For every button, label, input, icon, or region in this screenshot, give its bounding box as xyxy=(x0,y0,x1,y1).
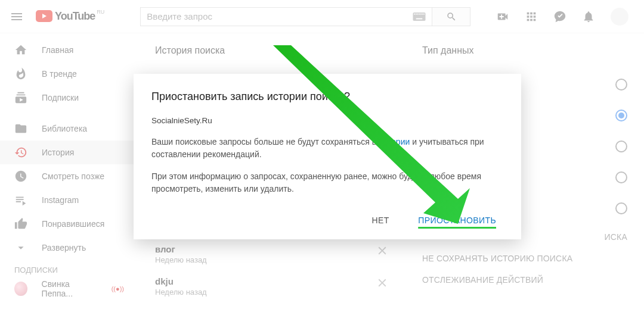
logo-text: YouTube xyxy=(55,10,95,23)
search-button[interactable] xyxy=(432,7,470,26)
logo[interactable]: YouTube RU xyxy=(36,10,104,23)
close-icon[interactable] xyxy=(376,276,389,289)
sidebar-item-library[interactable]: Библиотека xyxy=(0,117,138,141)
sidebar-item-label: Развернуть xyxy=(42,243,86,252)
sidebar-item-liked[interactable]: Понравившиеся xyxy=(0,212,138,236)
svg-rect-3 xyxy=(417,13,419,14)
svg-rect-6 xyxy=(422,13,423,14)
radio-button[interactable] xyxy=(615,202,627,214)
sidebar-item-label: Библиотека xyxy=(42,124,87,133)
home-icon xyxy=(14,43,27,57)
query-text: влог xyxy=(155,244,207,254)
sidebar-channel-item[interactable]: Свинка Пеппа... ((●)) xyxy=(0,277,138,301)
search-icon xyxy=(446,11,457,22)
query-text: dkju xyxy=(155,276,207,286)
modal-actions: НЕТ ПРИОСТАНОВИТЬ xyxy=(151,205,503,230)
page-title: История поиска xyxy=(155,45,389,56)
messages-icon[interactable] xyxy=(553,10,566,23)
radio-button[interactable] xyxy=(615,110,627,121)
modal-title: Приостановить запись истории поиска? xyxy=(151,90,503,103)
svg-rect-7 xyxy=(423,13,425,14)
search-history-item: dkju Неделю назад xyxy=(155,270,389,302)
keyboard-icon[interactable] xyxy=(413,13,426,21)
modal-para-2: При этом информацию о запросах, сохранен… xyxy=(151,170,503,195)
clock-icon xyxy=(14,170,27,183)
sidebar-section-title: ПОДПИСКИ xyxy=(0,260,138,277)
play-icon xyxy=(36,10,52,22)
menu-icon[interactable] xyxy=(10,10,24,24)
sidebar-item-label: Свинка Пеппа... xyxy=(42,279,97,298)
sidebar-item-subscriptions[interactable]: Подписки xyxy=(0,86,138,110)
pause-history-modal: Приостановить запись истории поиска? Soc… xyxy=(134,74,521,239)
sidebar-item-watch-later[interactable]: Смотреть позже xyxy=(0,164,138,188)
sidebar-item-home[interactable]: Главная xyxy=(0,38,138,62)
playlist-icon xyxy=(14,193,27,207)
modal-subtitle: SocialnieSety.Ru xyxy=(151,116,503,125)
sidebar-item-label: Главная xyxy=(42,45,73,55)
sidebar-item-label: Instagram xyxy=(42,195,79,205)
query-time: Неделю назад xyxy=(155,255,207,264)
close-icon[interactable] xyxy=(376,244,389,257)
sidebar: Главная В тренде Подписки Библиотека Ист… xyxy=(0,33,138,309)
upload-icon[interactable] xyxy=(496,10,509,23)
apps-icon[interactable] xyxy=(525,10,538,23)
svg-rect-2 xyxy=(416,13,417,14)
header-actions xyxy=(496,8,634,26)
chevron-down-icon xyxy=(14,241,27,254)
cancel-button[interactable]: НЕТ xyxy=(365,211,397,230)
avatar[interactable] xyxy=(611,8,628,26)
sidebar-item-expand[interactable]: Развернуть xyxy=(0,236,138,260)
search-history-item: влог Неделю назад xyxy=(155,238,389,270)
region-badge: RU xyxy=(97,9,104,15)
live-icon: ((●)) xyxy=(112,285,124,292)
sidebar-item-label: В тренде xyxy=(42,69,77,79)
sidebar-item-history[interactable]: История xyxy=(0,141,138,164)
radio-button[interactable] xyxy=(615,171,627,183)
right-title: Тип данных xyxy=(422,45,627,56)
sidebar-item-playlist[interactable]: Instagram xyxy=(0,188,138,212)
sidebar-item-label: Подписки xyxy=(42,93,79,102)
search-box xyxy=(140,7,470,26)
channel-avatar xyxy=(14,282,27,296)
history-icon xyxy=(14,146,27,159)
sidebar-item-label: Смотреть позже xyxy=(42,171,104,181)
radio-button[interactable] xyxy=(615,79,627,90)
modal-para-1: Ваши поисковые запросы больше не будут с… xyxy=(151,136,503,161)
history-link[interactable]: истории xyxy=(379,137,410,146)
svg-rect-5 xyxy=(420,13,422,14)
sidebar-item-label: История xyxy=(42,148,74,157)
search-input[interactable] xyxy=(147,11,413,21)
type-link[interactable]: ОТСЛЕЖИВАНИЕ ДЕЙСТВИЙ xyxy=(422,269,627,291)
notifications-icon[interactable] xyxy=(582,10,595,23)
query-time: Неделю назад xyxy=(155,288,207,296)
radio-button[interactable] xyxy=(615,141,627,152)
svg-rect-8 xyxy=(416,18,423,19)
header: YouTube RU xyxy=(0,0,644,33)
folder-icon xyxy=(14,122,27,135)
like-icon xyxy=(14,217,27,230)
subscriptions-icon xyxy=(14,91,27,104)
svg-rect-1 xyxy=(414,13,416,14)
search-input-wrap xyxy=(140,7,432,26)
trending-icon xyxy=(14,67,27,80)
type-link[interactable]: НЕ СОХРАНЯТЬ ИСТОРИЮ ПОИСКА xyxy=(422,248,627,269)
sidebar-item-trending[interactable]: В тренде xyxy=(0,62,138,86)
pause-button[interactable]: ПРИОСТАНОВИТЬ xyxy=(411,211,503,230)
sidebar-item-label: Понравившиеся xyxy=(42,219,104,229)
svg-rect-4 xyxy=(419,13,420,14)
